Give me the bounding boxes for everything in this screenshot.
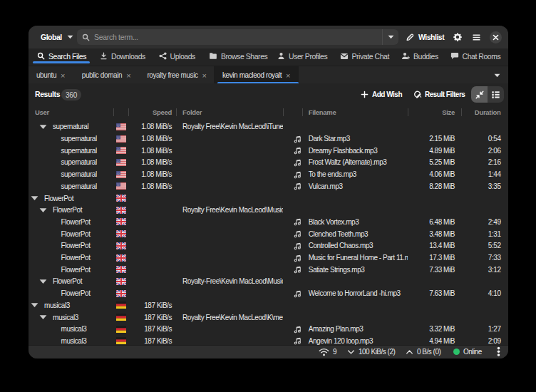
preferences-button[interactable] — [450, 29, 465, 45]
country-flag-gb — [113, 264, 128, 276]
country-flag-gb — [113, 228, 128, 240]
filename-cell: Black Vortex.mp3 — [302, 216, 408, 228]
expander-icon[interactable] — [39, 207, 47, 213]
search-icon — [82, 33, 90, 41]
result-row[interactable]: musical3187 KiB/s — [29, 299, 508, 311]
column-header-size[interactable]: Size — [408, 104, 461, 120]
size-cell: 2.15 MiB — [408, 133, 461, 145]
column-header-ficon[interactable] — [283, 104, 302, 120]
expander-icon[interactable] — [39, 314, 47, 320]
result-row[interactable]: musical3187 KiB/sAmazing Plan.mp33.32 Mi… — [29, 323, 508, 335]
result-row[interactable]: supernatural1.08 MiB/sVulcan.mp38.28 MiB… — [29, 180, 508, 192]
result-filters-button[interactable]: Result Filters — [413, 87, 465, 102]
expander-icon[interactable] — [31, 302, 38, 308]
country-flag-us — [113, 121, 128, 133]
search-entry[interactable] — [77, 29, 398, 45]
result-row[interactable]: FlowerPotSatiate Strings.mp37.33 MiB3:12 — [29, 264, 508, 276]
tab-label: User Profiles — [289, 52, 327, 61]
result-row[interactable]: supernatural1.08 MiB/sDreamy Flashback.m… — [29, 145, 508, 157]
user-name: FlowerPot — [61, 218, 91, 226]
result-row[interactable]: FlowerPotMusic for Funeral Home - Part 1… — [29, 252, 508, 264]
user-cell: FlowerPot — [29, 264, 113, 276]
result-row[interactable]: supernatural1.08 MiB/sTo the ends.mp34.0… — [29, 168, 508, 180]
search-tab-label: public domain — [82, 71, 123, 79]
column-header-fname[interactable]: Filename — [302, 104, 408, 120]
connection-status[interactable]: Online — [453, 346, 482, 359]
result-row[interactable]: supernatural1.08 MiB/sDark Star.mp32.15 … — [29, 133, 508, 145]
result-row[interactable]: FlowerPot — [29, 192, 508, 205]
close-tab-icon[interactable]: × — [286, 71, 290, 80]
close-tab-icon[interactable]: × — [202, 71, 207, 80]
search-tab-royalty-free-music[interactable]: royalty free music× — [140, 66, 214, 84]
column-header-speed[interactable]: Speed — [128, 104, 176, 120]
result-row[interactable]: musical3187 KiB/sAngevin 120 loop.mp34.9… — [29, 335, 508, 344]
expander-icon[interactable] — [39, 279, 47, 284]
result-row[interactable]: FlowerPotClenched Teeth.mp33.48 MiB1:31 — [29, 228, 508, 240]
list-view-toggle[interactable] — [488, 86, 504, 103]
music-note-icon — [283, 145, 302, 157]
tab-user-profiles[interactable]: User Profiles — [277, 51, 327, 61]
statusbar-label: Online — [463, 348, 482, 356]
filename-cell: Amazing Plan.mp3 — [302, 323, 408, 335]
result-row[interactable]: FlowerPotRoyalty-Free\Kevin MacLeod\Musi… — [29, 276, 508, 288]
search-history-dropdown[interactable] — [382, 29, 398, 45]
result-row[interactable]: musical3187 KiB/sRoyalty Free\Kevin MacL… — [29, 311, 508, 324]
column-header-folder[interactable]: Folder — [176, 104, 283, 120]
tab-search-files[interactable]: Search Files — [37, 51, 86, 61]
upload-rate[interactable]: 0 B/s (0) — [406, 346, 440, 359]
expander-icon[interactable] — [39, 124, 47, 130]
result-row[interactable]: FlowerPotWelcome to HorrorLand -hi.mp37.… — [29, 287, 508, 299]
column-header-flag[interactable] — [113, 104, 128, 120]
result-row[interactable]: supernatural1.08 MiB/sRoyalty Free\Kevin… — [29, 121, 508, 133]
music-note-icon — [283, 133, 302, 145]
column-divider[interactable] — [128, 108, 129, 116]
result-row[interactable]: FlowerPotControlled Chaos.mp313.4 MiB5:5… — [29, 240, 508, 252]
tab-uploads[interactable]: Uploads — [159, 51, 195, 61]
download-rate[interactable]: 100 KiB/s (2) — [347, 346, 395, 359]
statusbar-menu[interactable] — [497, 346, 500, 359]
tab-chat-rooms[interactable]: Chat Rooms — [450, 51, 501, 61]
tab-private-chat[interactable]: Private Chat — [340, 51, 389, 61]
duration-cell: 2:16 — [461, 157, 508, 169]
result-row[interactable]: FlowerPotBlack Vortex.mp36.48 MiB2:49 — [29, 216, 508, 228]
window-close-button[interactable] — [490, 31, 502, 43]
column-divider[interactable] — [283, 108, 284, 116]
column-divider[interactable] — [302, 108, 303, 116]
tab-label: Buddies — [413, 52, 438, 61]
result-row[interactable]: supernatural1.08 MiB/sFrost Waltz (Alter… — [29, 157, 508, 169]
expander-icon[interactable] — [31, 195, 38, 201]
users-indicator[interactable]: 9 — [319, 346, 336, 359]
search-scope-dropdown[interactable]: Global — [35, 29, 79, 45]
result-row[interactable]: FlowerPotRoyalty Free\Kevin MacLeod\Musi… — [29, 204, 508, 216]
country-flag-gb — [113, 276, 128, 288]
search-tab-public-domain[interactable]: public domain× — [73, 66, 140, 84]
tab-label: Uploads — [170, 52, 195, 61]
plus-icon — [361, 91, 368, 98]
tab-overflow-dropdown[interactable] — [490, 66, 504, 84]
wishlist-label: Wishlist — [418, 33, 444, 41]
user-name: FlowerPot — [53, 206, 82, 214]
column-divider[interactable] — [408, 108, 408, 116]
view-toggle-group — [471, 86, 504, 103]
tab-browse-shares[interactable]: Browse Shares — [209, 51, 267, 61]
search-tab-ubuntu[interactable]: ubuntu× — [29, 66, 73, 84]
chevron-down-icon — [494, 73, 500, 78]
close-tab-icon[interactable]: × — [61, 71, 65, 80]
close-tab-icon[interactable]: × — [126, 71, 130, 80]
column-divider[interactable] — [176, 108, 177, 116]
column-divider[interactable] — [113, 108, 114, 116]
user-name: FlowerPot — [53, 277, 82, 285]
main-menu-button[interactable] — [468, 29, 484, 45]
column-header-dur[interactable]: Duration — [461, 104, 508, 120]
column-header-user[interactable]: User — [29, 104, 113, 120]
column-divider[interactable] — [461, 108, 462, 116]
search-tab-label: kevin macleod royalt — [222, 71, 282, 79]
collapse-all-toggle[interactable] — [471, 86, 488, 103]
tab-downloads[interactable]: Downloads — [100, 51, 145, 61]
wishlist-button[interactable]: Wishlist — [403, 29, 447, 45]
tab-buddies[interactable]: Buddies — [401, 51, 438, 61]
search-input[interactable] — [94, 33, 329, 41]
add-wish-button[interactable]: Add Wish — [361, 87, 402, 102]
duration-cell: 2:06 — [461, 145, 508, 157]
search-tab-kevin-macleod-royalt[interactable]: kevin macleod royalt× — [214, 66, 299, 84]
